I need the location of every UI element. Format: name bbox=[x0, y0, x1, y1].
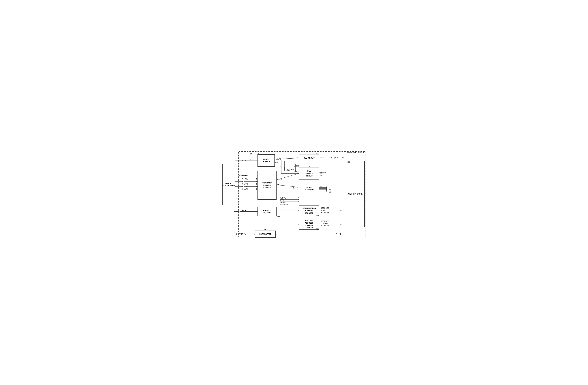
a0-a12-label: A0~A12 bbox=[242, 209, 248, 211]
dll-enable-circuit-block: DLLENABLECIRCUIT bbox=[299, 167, 319, 180]
eclk-label: ECLK bbox=[242, 159, 246, 161]
dq-label: DQ0~DQ7 bbox=[239, 233, 247, 235]
write-label: WRITE bbox=[280, 201, 285, 203]
bl-label: BL bbox=[329, 187, 331, 188]
svg-marker-18 bbox=[234, 211, 235, 212]
column-address-label: COLUMNADDRESSBUFFER &DECODER bbox=[305, 219, 314, 229]
clock-buffer-label: CLOCKBUFFER bbox=[263, 158, 270, 163]
ref-20: 20 bbox=[250, 153, 252, 155]
dll-circuit-label: DLL CIRCUIT bbox=[304, 157, 315, 159]
cs-label: /CS bbox=[245, 180, 247, 182]
data-label: DATA bbox=[336, 233, 340, 235]
ref-230: 230 bbox=[316, 153, 319, 155]
cke-label: CKE bbox=[245, 178, 248, 180]
cas-label: /CAS bbox=[245, 186, 249, 187]
ref-100: 100 bbox=[347, 161, 350, 163]
spd-label: SPD bbox=[320, 172, 324, 174]
memory-controller-label: MEMORY CONTROLLER bbox=[223, 182, 235, 187]
pd-label: PD bbox=[320, 185, 322, 187]
ref-350: 350 bbox=[293, 187, 295, 189]
memory-device-label: MEMORY DEVICE bbox=[347, 152, 364, 154]
decoded-row-label: DECODEDROWADDRESS bbox=[321, 207, 329, 213]
we-label: /WE bbox=[245, 188, 248, 190]
bt-label: BT bbox=[329, 189, 331, 191]
ref-280: 280 bbox=[316, 228, 319, 230]
svg-marker-55 bbox=[236, 233, 237, 235]
refresh-label: REFRESH bbox=[280, 204, 288, 206]
diagram-area: 1 MEMORY DEVICE MEMORY CONTROLLER MEMORY… bbox=[221, 145, 367, 240]
active-label: ACTIVE bbox=[280, 197, 286, 199]
dll-circuit-block: DLL CIRCUIT bbox=[299, 154, 319, 162]
memory-core-label: MEMORY CORE bbox=[348, 193, 362, 195]
data-buffer-block: DATA BUFFER bbox=[255, 231, 276, 238]
command-label: COMMAND bbox=[239, 174, 248, 176]
read-label: READ bbox=[280, 199, 284, 201]
ref-210: 210 bbox=[275, 161, 278, 163]
clock-buffer-block: CLOCKBUFFER bbox=[257, 154, 275, 167]
page-container: 1 MEMORY DEVICE MEMORY CONTROLLER MEMORY… bbox=[221, 145, 367, 240]
cl-label: CL bbox=[329, 191, 331, 193]
address-buffer-label: ADDRESSBUFFER bbox=[263, 209, 271, 214]
mode-register-block: MODEREGISTER bbox=[299, 184, 319, 193]
ref-10: 10 bbox=[257, 153, 259, 155]
ref-270: 270 bbox=[316, 215, 319, 217]
address-buffer-block: ADDRESSBUFFER bbox=[257, 207, 276, 216]
eclk2-label: ECLK2 bbox=[294, 165, 299, 167]
eclk1-label: ECLK1 bbox=[275, 158, 281, 160]
ref-320: 320 bbox=[320, 174, 323, 176]
ras-label: /RAS bbox=[245, 183, 249, 185]
ref-240: 240 bbox=[280, 166, 283, 168]
mode-register-label: MODEREGISTER bbox=[305, 186, 314, 191]
command-buffer-decoder-block: COMMANDBUFFER &DECODER bbox=[257, 171, 276, 200]
memory-core-block: MEMORY CORE bbox=[346, 161, 365, 227]
mrs-label: MRS bbox=[277, 184, 281, 186]
memory-controller-block: MEMORY CONTROLLER bbox=[222, 164, 235, 205]
command-buffer-decoder-label: COMMANDBUFFER &DECODER bbox=[262, 182, 272, 189]
pwdn-label: PWDN bbox=[277, 179, 282, 181]
ref-290: 290 bbox=[264, 229, 266, 231]
to-each-block-label: → TO EACH BLOCK bbox=[329, 156, 344, 158]
dll-enable-circuit-label: DLLENABLECIRCUIT bbox=[305, 170, 313, 177]
data-buffer-label: DATA BUFFER bbox=[259, 233, 272, 235]
decoded-col-label: DECODEDCOLUMNADDRESS bbox=[321, 220, 329, 227]
row-address-label: ROW ADDRESSBUFFER &DECODER bbox=[302, 207, 315, 214]
ref-number-1: 1 bbox=[362, 148, 363, 151]
iclk-label: ICLK bbox=[320, 156, 324, 158]
ref-260: 260 bbox=[277, 215, 280, 217]
dll-en-label: DLL_EN bbox=[287, 168, 294, 170]
